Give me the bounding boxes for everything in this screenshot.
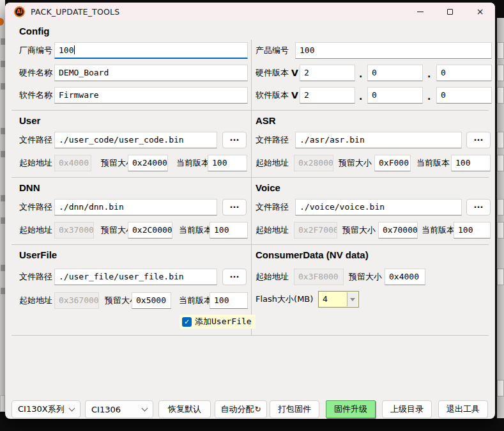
user-version-field[interactable]: 100: [208, 155, 247, 171]
asr-browse-button[interactable]: ...: [466, 132, 491, 148]
add-userfile-row: ✓ 添加UserFile: [179, 315, 256, 329]
background-window-left-sliver: [0, 0, 5, 409]
hw-version-dot1: .: [359, 65, 362, 81]
product-id-label: 产品编号: [256, 42, 289, 59]
sw-name-label: 软件名称: [19, 87, 52, 104]
separator: [11, 110, 489, 111]
asr-version-label: 当前版本: [416, 155, 450, 171]
parent-dir-button[interactable]: 上级目录: [382, 400, 432, 418]
voice-version-field[interactable]: 100: [454, 222, 491, 239]
userfile-path-label: 文件路径: [19, 269, 52, 285]
background-select-fragment: [0, 395, 5, 412]
chip-select[interactable]: CI1306: [85, 400, 153, 418]
user-start-field: 0x4000: [54, 155, 91, 171]
titlebar[interactable]: Ai PACK_UPDATE_TOOLS ×: [5, 3, 495, 20]
voice-start-label: 起始地址: [256, 222, 289, 239]
userfile-version-field[interactable]: 100: [210, 292, 248, 309]
asr-start-field: 0x28000: [294, 155, 333, 171]
sw-version-patch-field[interactable]: 0: [436, 87, 492, 104]
close-button[interactable]: ×: [465, 3, 495, 20]
window-controls: ×: [405, 3, 495, 20]
minimize-icon: [417, 12, 424, 12]
hw-name-label: 硬件名称: [19, 65, 52, 81]
consumerdata-start-label: 起始地址: [256, 269, 289, 285]
app-window: Ai PACK_UPDATE_TOOLS × Config 厂商编号 100 产…: [5, 3, 495, 419]
asr-start-label: 起始地址: [256, 155, 289, 171]
user-path-field[interactable]: ./user_code/user_code.bin: [54, 132, 217, 148]
text-caret: [74, 45, 75, 54]
background-app-icon-fragment: [0, 18, 4, 26]
hw-version-prefix: V: [291, 65, 298, 81]
dnn-section-title: DNN: [19, 182, 40, 193]
voice-size-field[interactable]: 0x70000: [378, 222, 418, 239]
userfile-version-label: 当前版本: [179, 292, 212, 309]
chevron-down-icon: [69, 405, 75, 412]
userfile-browse-button[interactable]: ...: [222, 269, 247, 285]
flash-size-combo[interactable]: 4: [318, 291, 359, 308]
user-section-title: User: [19, 115, 40, 126]
sw-version-minor-field[interactable]: 0: [367, 87, 423, 104]
consumerdata-section-title: ConsumerData (NV data): [256, 249, 369, 260]
hw-version-patch-field[interactable]: 0: [436, 65, 492, 81]
consumerdata-size-field[interactable]: 0x4000: [385, 269, 425, 285]
user-version-label: 当前版本: [176, 155, 210, 171]
vendor-id-field[interactable]: 100: [54, 42, 248, 59]
hw-version-minor-field[interactable]: 0: [367, 65, 423, 81]
hw-version-label: 硬件版本: [256, 65, 289, 81]
voice-browse-button[interactable]: ...: [466, 199, 491, 216]
userfile-path-field[interactable]: ./user_file/user_file.bin: [54, 269, 217, 285]
userfile-section-title: UserFile: [19, 249, 57, 260]
user-browse-button[interactable]: ...: [222, 132, 247, 148]
hw-version-major-field[interactable]: 2: [300, 65, 355, 81]
exit-tool-button[interactable]: 退出工具: [438, 400, 488, 418]
background-window-right-sliver: [497, 18, 504, 418]
vendor-id-label: 厂商编号: [19, 42, 52, 59]
sw-version-label: 软件版本: [256, 87, 289, 104]
separator: [11, 177, 489, 178]
pack-firmware-button[interactable]: 打包固件: [270, 400, 319, 418]
sw-version-major-field[interactable]: 2: [300, 87, 355, 104]
separator: [11, 244, 489, 245]
userfile-size-field[interactable]: 0x5000: [132, 292, 171, 309]
dnn-path-label: 文件路径: [19, 199, 52, 216]
user-path-label: 文件路径: [19, 132, 52, 148]
dnn-size-field[interactable]: 0x2C0000: [128, 222, 172, 239]
sw-version-dot1: .: [359, 87, 362, 104]
sw-version-dot2: .: [427, 87, 431, 104]
voice-size-label: 预留大小: [342, 222, 376, 239]
userfile-start-label: 起始地址: [19, 292, 52, 309]
dnn-start-label: 起始地址: [19, 222, 52, 239]
voice-version-label: 当前版本: [422, 222, 455, 239]
maximize-button[interactable]: [435, 3, 465, 20]
dnn-version-label: 当前版本: [179, 222, 212, 239]
refresh-icon: ↻: [254, 405, 261, 414]
series-select[interactable]: CI130X系列: [11, 400, 80, 418]
dnn-path-field[interactable]: ./dnn/dnn.bin: [54, 199, 217, 216]
hw-version-dot2: .: [427, 65, 431, 81]
voice-path-label: 文件路径: [256, 199, 289, 216]
dnn-browse-button[interactable]: ...: [222, 199, 247, 216]
restore-defaults-button[interactable]: 恢复默认: [158, 400, 211, 418]
voice-path-field[interactable]: ./voice/voice.bin: [295, 199, 462, 216]
combo-dropdown-icon[interactable]: [347, 292, 358, 306]
chevron-down-icon: [142, 405, 148, 412]
app-icon: Ai: [14, 6, 25, 17]
flash-size-label: Flash大小(MB): [256, 291, 313, 308]
user-size-field[interactable]: 0x24000: [128, 155, 168, 171]
upgrade-firmware-button[interactable]: 固件升级: [326, 400, 376, 418]
asr-size-label: 预留大小: [339, 155, 372, 171]
asr-size-field[interactable]: 0xF000: [374, 155, 411, 171]
add-userfile-label: 添加UserFile: [195, 316, 252, 327]
auto-allocate-button[interactable]: 自动分配 ↻: [215, 400, 267, 418]
add-userfile-checkbox[interactable]: ✓: [182, 317, 192, 327]
product-id-field[interactable]: 100: [295, 42, 492, 59]
close-icon: ×: [477, 7, 484, 16]
sw-name-field[interactable]: Firmware: [54, 87, 248, 104]
dnn-version-field[interactable]: 100: [210, 222, 248, 239]
hw-name-field[interactable]: DEMO_Board: [54, 65, 248, 81]
asr-version-field[interactable]: 100: [451, 155, 491, 171]
minimize-button[interactable]: [405, 3, 435, 20]
separator: [11, 335, 489, 336]
asr-path-field[interactable]: ./asr/asr.bin: [295, 132, 462, 148]
asr-path-label: 文件路径: [256, 132, 289, 148]
